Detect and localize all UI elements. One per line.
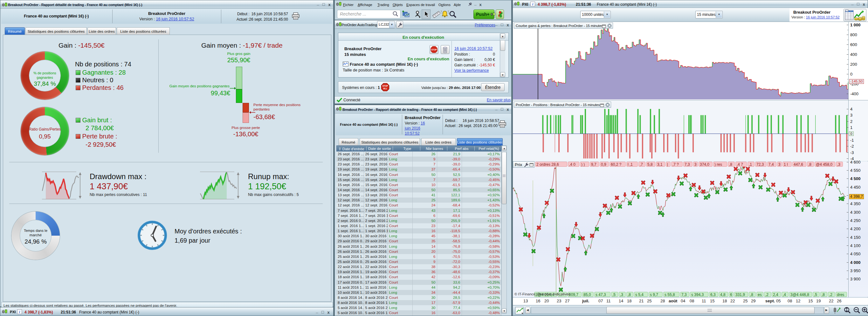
svg-text:STOP: STOP: [382, 85, 388, 87]
svg-text:ALL: ALL: [383, 87, 387, 90]
svg-text:STOP: STOP: [431, 48, 437, 51]
